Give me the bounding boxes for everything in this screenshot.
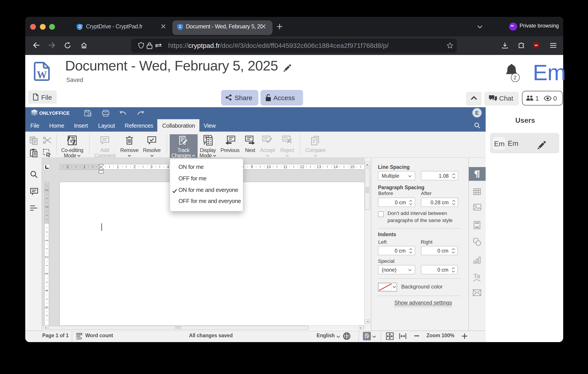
svg-text:13: 13 — [317, 164, 321, 169]
svg-text:5: 5 — [44, 306, 49, 308]
svg-text:123: 123 — [76, 336, 82, 339]
svg-text:12: 12 — [300, 164, 304, 169]
svg-text:2: 2 — [66, 164, 69, 169]
svg-text:2: 2 — [44, 256, 49, 258]
svg-text:14: 14 — [333, 164, 338, 169]
svg-text:2: 2 — [133, 164, 136, 169]
svg-text:uo: uo — [535, 44, 538, 47]
svg-text:3: 3 — [44, 273, 49, 275]
svg-text:9: 9 — [251, 164, 253, 169]
svg-text:4: 4 — [44, 289, 49, 291]
svg-text:11: 11 — [283, 164, 287, 169]
svg-text:1: 1 — [83, 164, 85, 169]
svg-text:3: 3 — [150, 164, 152, 169]
svg-text:2: 2 — [44, 189, 49, 191]
svg-text:15: 15 — [350, 164, 355, 169]
svg-text:1: 1 — [117, 164, 119, 169]
svg-text:1: 1 — [44, 239, 49, 241]
svg-text:4: 4 — [167, 164, 169, 169]
svg-text:W: W — [37, 69, 47, 80]
svg-text:1: 1 — [44, 206, 49, 208]
svg-text:10: 10 — [266, 164, 271, 169]
